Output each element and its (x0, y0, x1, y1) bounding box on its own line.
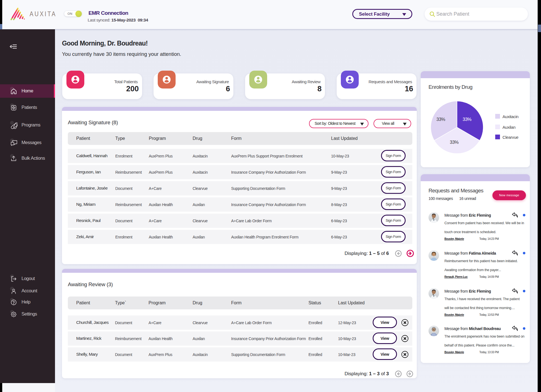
svg-text:33%: 33% (450, 140, 459, 145)
svg-text:33%: 33% (436, 117, 445, 122)
svg-text:33%: 33% (463, 117, 471, 122)
